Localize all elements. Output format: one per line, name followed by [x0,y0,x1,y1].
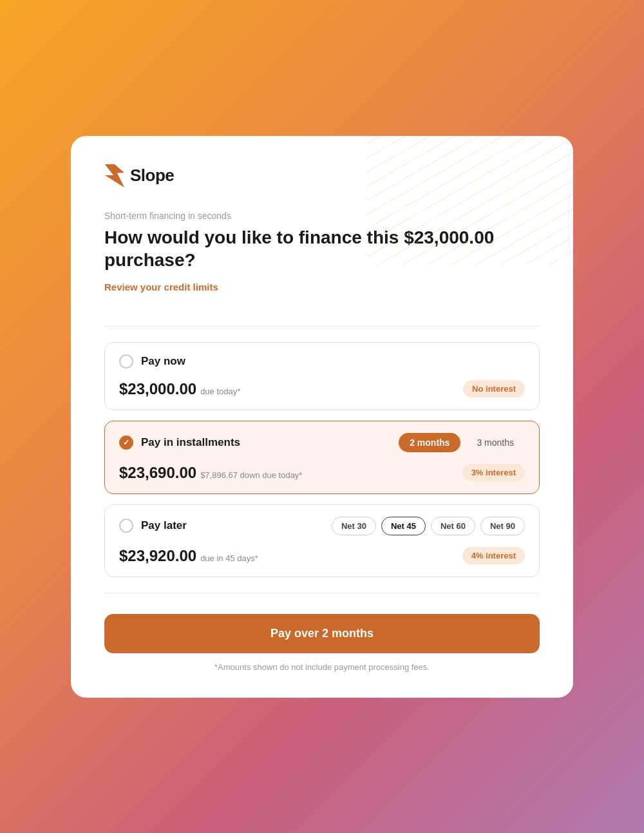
pay-now-amount-row: $23,000.00 due today* [119,380,240,398]
slope-logo-icon [104,164,125,187]
installments-amount: $23,690.00 [119,464,196,482]
tab-2-months[interactable]: 2 months [399,433,460,452]
tab-net-30[interactable]: Net 30 [332,517,376,535]
pay-now-note: due today* [200,387,240,396]
pay-later-note: due in 45 days* [200,553,258,563]
svg-marker-0 [105,164,124,187]
pay-now-card[interactable]: Pay now $23,000.00 due today* No interes… [104,342,540,410]
pay-installments-body: $23,690.00 $7,896.67 down due today* 3% … [105,461,539,493]
pay-later-radio[interactable] [119,519,133,533]
pay-now-interest: No interest [463,380,525,397]
installments-interest: 3% interest [462,464,525,481]
tab-net-45[interactable]: Net 45 [381,517,426,535]
pay-now-amount: $23,000.00 [119,380,196,398]
pay-now-body: $23,000.00 due today* No interest [105,378,539,410]
pay-later-header: Pay later Net 30 Net 45 Net 60 Net 90 [105,505,539,544]
tab-net-90[interactable]: Net 90 [480,517,525,535]
pay-later-amount: $23,920.00 [119,547,196,565]
pay-now-label: Pay now [141,355,525,368]
check-icon: ✓ [123,438,129,447]
installments-amount-row: $23,690.00 $7,896.67 down due today* [119,464,302,482]
section-divider [104,326,540,327]
installments-note: $7,896.67 down due today* [200,470,302,480]
pay-installments-card[interactable]: ✓ Pay in installments 2 months 3 months … [104,421,540,494]
cta-button[interactable]: Pay over 2 months [104,614,540,653]
bottom-divider [104,593,540,593]
logo-row: Slope [104,164,540,187]
tab-3-months[interactable]: 3 months [466,433,525,452]
pay-later-interest: 4% interest [462,547,525,564]
pay-later-net-tabs: Net 30 Net 45 Net 60 Net 90 [332,517,525,535]
installment-month-tabs: 2 months 3 months [399,433,525,452]
pay-later-body: $23,920.00 due in 45 days* 4% interest [105,544,539,577]
tab-net-60[interactable]: Net 60 [431,517,475,535]
credit-limits-link[interactable]: Review your credit limits [104,282,218,292]
pay-later-label: Pay later [141,519,324,532]
pay-installments-label: Pay in installments [141,436,391,449]
payment-options-list: Pay now $23,000.00 due today* No interes… [104,342,540,577]
pay-installments-header: ✓ Pay in installments 2 months 3 months [105,421,539,461]
page-title: How would you like to finance this $23,0… [104,226,540,271]
logo-text: Slope [130,166,174,186]
pay-now-radio[interactable] [119,354,133,369]
pay-later-card[interactable]: Pay later Net 30 Net 45 Net 60 Net 90 $2… [104,504,540,577]
pay-now-header: Pay now [105,343,539,378]
footer-note: *Amounts shown do not include payment pr… [104,662,540,672]
pay-installments-radio[interactable]: ✓ [119,436,133,450]
page-subtitle: Short-term financing in seconds [104,211,540,221]
pay-later-amount-row: $23,920.00 due in 45 days* [119,547,258,565]
main-card: Slope Short-term financing in seconds Ho… [71,136,573,698]
